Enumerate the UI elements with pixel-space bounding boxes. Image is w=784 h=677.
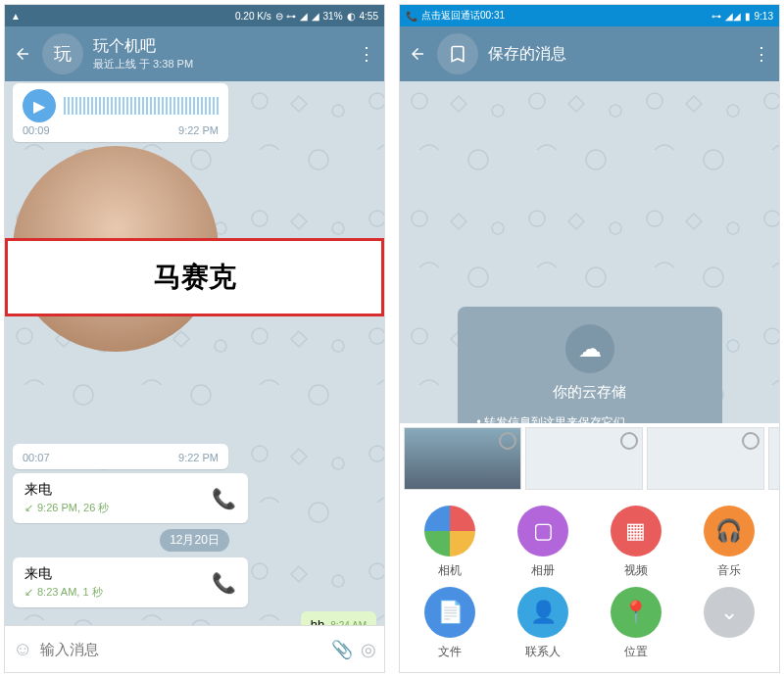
attach-camera[interactable]: 相机 <box>408 506 493 579</box>
back-button[interactable] <box>408 44 427 64</box>
msg-time: 9:22 PM <box>178 124 219 136</box>
camera-button[interactable]: ◎ <box>361 639 376 660</box>
video-icon: ▦ <box>611 506 662 556</box>
location-icon: 📍 <box>611 587 662 638</box>
phone-icon[interactable]: 📞 <box>212 487 236 510</box>
signal-icon: ◢◢ <box>725 11 741 22</box>
chat-title-block[interactable]: 玩个机吧 最近上线 于 3:38 PM <box>93 36 347 72</box>
censor-overlay: 马赛克 <box>5 238 384 316</box>
chat-title: 保存的消息 <box>488 44 742 65</box>
key-icon: ⊖ ⊶ <box>275 11 296 22</box>
chevron-down-icon: ⌄ <box>704 587 755 638</box>
call-sub: ↙ 8:23 AM, 1 秒 <box>24 585 236 600</box>
cloud-storage-card: ☁ 你的云存储 转发信息到这里来保存它们 发送媒体和文件来存储它们 在任意设备上… <box>458 307 722 423</box>
chat-title-block[interactable]: 保存的消息 <box>488 44 742 65</box>
chat-header: 玩 玩个机吧 最近上线 于 3:38 PM ⋮ <box>5 26 384 81</box>
recent-gallery[interactable] <box>400 423 779 494</box>
battery-icon: ▮ <box>745 11 751 22</box>
status-bar: 📞 点击返回通话00:31 ⊶ ◢◢ ▮ 9:13 <box>400 5 779 26</box>
msg-time: 8:24 AM <box>330 620 367 625</box>
voice-message[interactable]: 00:079:22 PM <box>13 444 228 469</box>
msg-time: 9:22 PM <box>178 452 219 463</box>
attach-contact[interactable]: 👤联系人 <box>501 587 586 660</box>
play-icon[interactable]: ▶ <box>23 89 56 122</box>
status-bar: ▲ 0.20 K/s ⊖ ⊶ ◢ ◢ 31% ◐ 4:55 <box>5 5 384 26</box>
gallery-thumb[interactable] <box>647 427 764 490</box>
contact-icon: 👤 <box>517 587 568 638</box>
waveform <box>64 97 219 115</box>
clock: 9:13 <box>755 11 773 22</box>
net-speed: 0.20 K/s <box>235 11 271 22</box>
call-title: 来电 <box>24 481 236 499</box>
chat-messages[interactable]: ☁ 你的云存储 转发信息到这里来保存它们 发送媒体和文件来存储它们 在任意设备上… <box>400 81 779 423</box>
incoming-call-card[interactable]: 来电 ↙ 8:23 AM, 1 秒 📞 <box>13 557 248 607</box>
gallery-thumb[interactable] <box>768 427 779 490</box>
cloud-icon: ☁ <box>565 324 614 373</box>
attach-gallery[interactable]: ▢相册 <box>501 506 586 579</box>
outgoing-message[interactable]: hh8:24 AM <box>301 611 376 625</box>
camera-icon <box>424 506 475 556</box>
more-button[interactable]: ⋮ <box>357 43 376 65</box>
attach-button[interactable]: 📎 <box>331 639 353 660</box>
more-button[interactable]: ⋮ <box>752 43 771 65</box>
voice-message[interactable]: ▶ 00:099:22 PM <box>13 83 228 142</box>
attach-collapse[interactable]: ⌄ <box>686 587 771 660</box>
attach-video[interactable]: ▦视频 <box>594 506 679 579</box>
saved-avatar[interactable] <box>437 33 478 74</box>
clock: 4:55 <box>360 11 378 22</box>
chat-subtitle: 最近上线 于 3:38 PM <box>93 57 347 72</box>
gallery-thumb[interactable] <box>404 427 521 490</box>
attach-file[interactable]: 📄文件 <box>408 587 493 660</box>
file-icon: 📄 <box>424 587 475 638</box>
input-bar: ☺ 📎 ◎ <box>5 625 384 672</box>
gallery-thumb[interactable] <box>525 427 643 490</box>
chat-title: 玩个机吧 <box>93 36 347 57</box>
battery-icon: ◐ <box>347 11 356 22</box>
back-button[interactable] <box>13 44 32 64</box>
voice-duration: 00:09 <box>23 124 50 136</box>
music-icon: 🎧 <box>704 506 755 556</box>
battery: 31% <box>323 11 343 22</box>
key-icon: ⊶ <box>711 11 721 22</box>
chat-header: 保存的消息 ⋮ <box>400 26 779 81</box>
cloud-tips: 转发信息到这里来保存它们 发送媒体和文件来存储它们 在任意设备上访问这个对话 <box>477 411 703 423</box>
chat-messages[interactable]: ▶ 00:099:22 PM 马赛克 00:079:22 PM 来电 ↙ 9:2… <box>5 81 384 625</box>
incoming-call-card[interactable]: 来电 ↙ 9:26 PM, 26 秒 📞 <box>13 473 248 523</box>
cloud-title: 你的云存储 <box>477 383 703 402</box>
gallery-icon: ▢ <box>517 506 568 556</box>
attach-music[interactable]: 🎧音乐 <box>686 506 771 579</box>
call-title: 来电 <box>24 565 236 583</box>
voice-duration: 00:07 <box>23 452 50 463</box>
wifi-icon: ◢ <box>300 11 308 22</box>
call-return-bar[interactable]: 📞 点击返回通话00:31 <box>406 9 505 23</box>
date-badge: 12月20日 <box>160 529 229 552</box>
message-input[interactable] <box>40 641 323 657</box>
signal-icon: ◢ <box>312 11 319 22</box>
attach-location[interactable]: 📍位置 <box>594 587 679 660</box>
attachment-panel: 相机 ▢相册 ▦视频 🎧音乐 📄文件 👤联系人 📍位置 ⌄ <box>400 423 779 672</box>
call-sub: ↙ 9:26 PM, 26 秒 <box>24 501 236 515</box>
emoji-button[interactable]: ☺ <box>13 638 32 660</box>
chat-avatar[interactable]: 玩 <box>42 33 83 74</box>
phone-icon[interactable]: 📞 <box>212 571 236 595</box>
